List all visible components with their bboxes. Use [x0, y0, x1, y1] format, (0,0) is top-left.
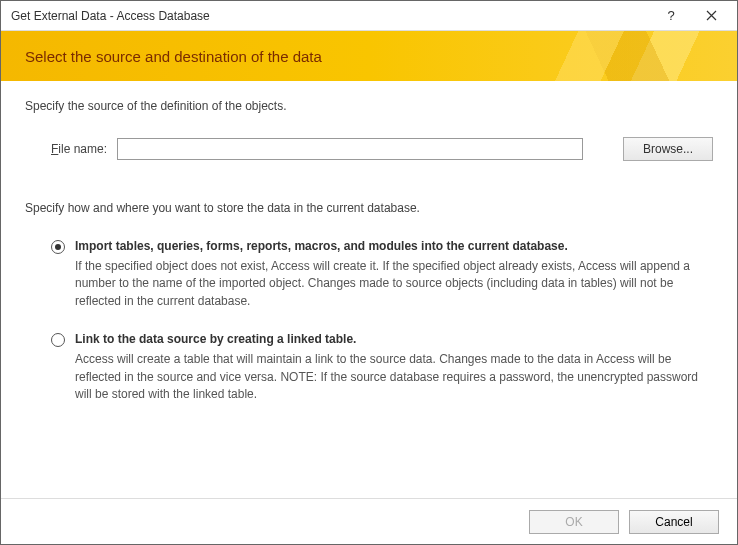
option-import[interactable]: Import tables, queries, forms, reports, …: [25, 239, 713, 310]
browse-button[interactable]: Browse...: [623, 137, 713, 161]
close-button[interactable]: [691, 2, 731, 30]
titlebar: Get External Data - Access Database ?: [1, 1, 737, 31]
option-link[interactable]: Link to the data source by creating a li…: [25, 332, 713, 403]
specify-store-text: Specify how and where you want to store …: [25, 201, 713, 215]
file-name-row: File name: Browse...: [25, 137, 713, 161]
help-button[interactable]: ?: [651, 2, 691, 30]
file-name-label: File name:: [51, 142, 107, 156]
file-name-input[interactable]: [117, 138, 583, 160]
option-link-title: Link to the data source by creating a li…: [75, 332, 713, 346]
dialog-window: Get External Data - Access Database ? Se…: [0, 0, 738, 545]
footer: OK Cancel: [1, 498, 737, 544]
option-import-title: Import tables, queries, forms, reports, …: [75, 239, 713, 253]
help-icon: ?: [667, 8, 674, 23]
ok-button[interactable]: OK: [529, 510, 619, 534]
titlebar-controls: ?: [651, 2, 731, 30]
banner-title: Select the source and destination of the…: [25, 48, 322, 65]
radio-import[interactable]: [51, 240, 65, 254]
option-import-desc: If the specified object does not exist, …: [75, 258, 713, 310]
window-title: Get External Data - Access Database: [11, 9, 651, 23]
option-import-body: Import tables, queries, forms, reports, …: [75, 239, 713, 310]
option-link-body: Link to the data source by creating a li…: [75, 332, 713, 403]
close-icon: [706, 10, 717, 21]
content-area: Specify the source of the definition of …: [1, 81, 737, 498]
specify-source-text: Specify the source of the definition of …: [25, 99, 713, 113]
cancel-button[interactable]: Cancel: [629, 510, 719, 534]
option-link-desc: Access will create a table that will mai…: [75, 351, 713, 403]
banner: Select the source and destination of the…: [1, 31, 737, 81]
radio-link[interactable]: [51, 333, 65, 347]
